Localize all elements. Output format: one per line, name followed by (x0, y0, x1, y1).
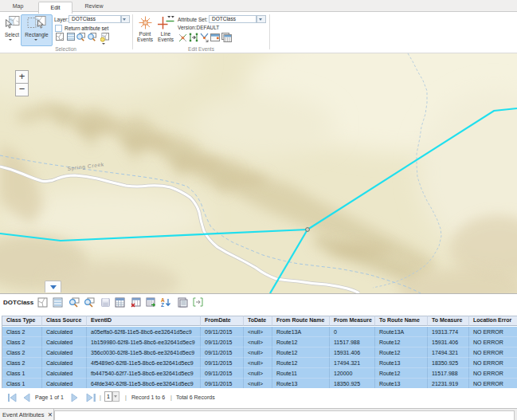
svg-text:Z: Z (161, 302, 164, 308)
